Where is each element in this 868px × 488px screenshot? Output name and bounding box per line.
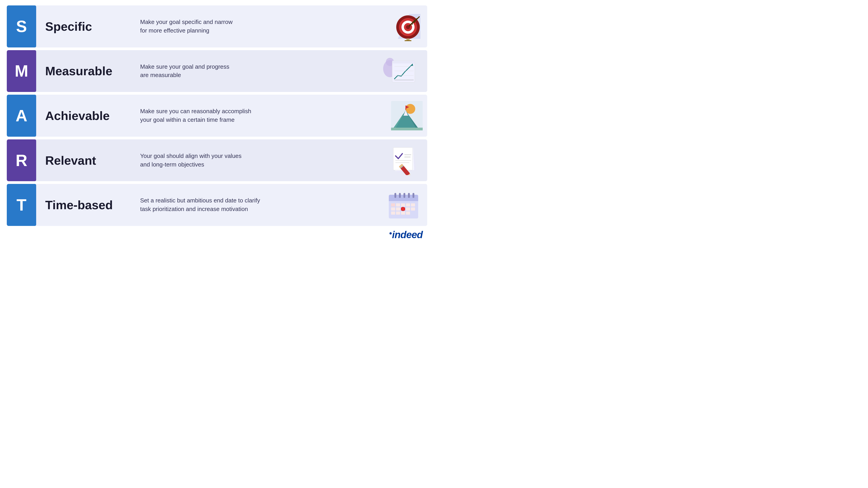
letter-m-text: M <box>15 62 28 80</box>
letter-r-text: R <box>16 151 27 170</box>
row-measurable: M Measurable Make sure your goal and pro… <box>7 50 427 92</box>
svg-rect-17 <box>392 61 415 82</box>
illus-relevant <box>368 139 427 182</box>
svg-rect-46 <box>389 199 418 201</box>
letter-t-text: T <box>17 196 26 214</box>
illus-measurable <box>368 50 427 92</box>
svg-rect-57 <box>391 207 395 210</box>
indeed-logo: indeed <box>390 229 423 240</box>
svg-rect-58 <box>396 207 400 210</box>
svg-rect-14 <box>405 40 411 41</box>
svg-rect-50 <box>408 193 410 198</box>
row-timebased: T Time-based Set a realistic but ambitio… <box>7 184 427 226</box>
svg-rect-54 <box>401 203 405 206</box>
letter-s-text: S <box>16 17 27 36</box>
letter-m-box: M <box>7 50 36 92</box>
svg-rect-53 <box>396 203 400 206</box>
word-timebased: Time-based <box>45 198 127 212</box>
svg-rect-47 <box>395 193 396 198</box>
svg-rect-56 <box>411 203 415 206</box>
svg-rect-49 <box>403 193 405 198</box>
svg-rect-61 <box>406 207 410 210</box>
desc-achievable: Make sure you can reasonably accomplishy… <box>140 107 368 124</box>
svg-rect-51 <box>412 193 414 198</box>
svg-rect-63 <box>391 212 395 215</box>
letter-r-box: R <box>7 139 36 182</box>
footer: indeed <box>0 227 434 242</box>
desc-relevant: Your goal should align with your valuesa… <box>140 152 368 169</box>
svg-rect-62 <box>411 207 415 210</box>
row-achievable: A Achievable Make sure you can reasonabl… <box>7 95 427 137</box>
letter-a-box: A <box>7 95 36 137</box>
svg-rect-65 <box>401 212 405 215</box>
svg-rect-55 <box>406 203 410 206</box>
word-measurable: Measurable <box>45 64 127 78</box>
svg-rect-52 <box>391 203 395 206</box>
row-specific: S Specific Make your goal specific and n… <box>7 5 427 47</box>
letter-t-box: T <box>7 184 36 226</box>
illus-achievable <box>368 95 427 137</box>
smart-framework-container: S Specific Make your goal specific and n… <box>0 0 434 244</box>
illus-specific <box>368 5 427 47</box>
letter-s-box: S <box>7 5 36 47</box>
desc-specific: Make your goal specific and narrowfor mo… <box>140 18 368 35</box>
svg-rect-66 <box>406 212 410 215</box>
desc-timebased: Set a realistic but ambitious end date t… <box>140 196 368 213</box>
svg-rect-64 <box>396 212 400 215</box>
word-relevant: Relevant <box>45 153 127 167</box>
illus-timebased <box>368 184 427 226</box>
svg-rect-18 <box>392 61 415 64</box>
word-achievable: Achievable <box>45 109 127 123</box>
svg-rect-48 <box>399 193 401 198</box>
word-specific: Specific <box>45 20 127 33</box>
desc-measurable: Make sure your goal and progressare meas… <box>140 63 368 79</box>
letter-a-text: A <box>16 106 27 125</box>
row-relevant: R Relevant Your goal should align with y… <box>7 139 427 182</box>
svg-rect-32 <box>391 128 423 130</box>
